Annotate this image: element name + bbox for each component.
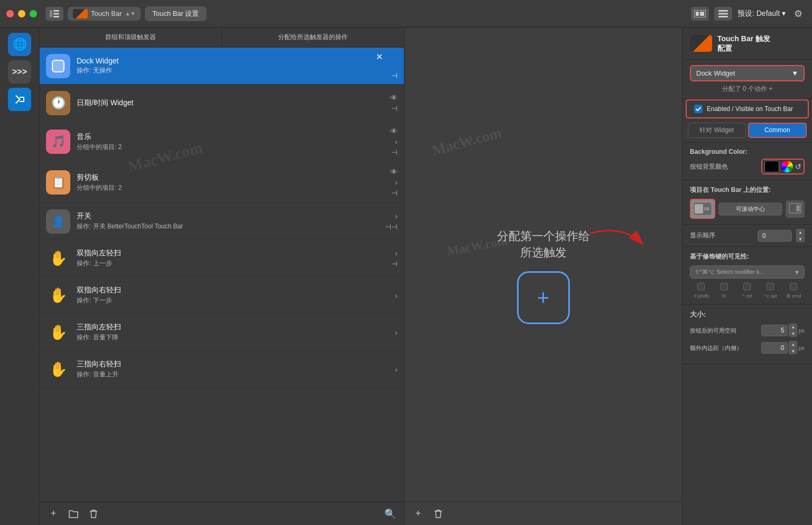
sidebar-item-arrow[interactable]: >>>	[8, 60, 31, 84]
sidebar-item-vscode[interactable]	[8, 88, 31, 111]
list-item[interactable]: ✋ 双指向左轻扫 操作: 上一步 › ⊣	[40, 240, 404, 277]
modifier-ctrl-label: ^ ctrl	[736, 293, 759, 299]
item-actions: 👁 › ⊣	[390, 168, 398, 197]
size-stepper-2: ▲ ▼	[789, 341, 797, 354]
svg-rect-15	[704, 207, 709, 210]
add-folder-btn[interactable]	[66, 506, 81, 521]
middle-content: 分配第一个操作给 所选触发 +	[497, 228, 590, 325]
list-item[interactable]: Dock Widget 操作: 无操作 ✕ ⊣	[40, 48, 404, 85]
enabled-checkbox[interactable]	[694, 105, 703, 113]
pin-icon[interactable]: ⊣	[391, 260, 398, 268]
size-row-2: 额外内边距（内侧） ▲ ▼ px	[690, 341, 805, 354]
modifier-shift-checkbox[interactable]	[697, 283, 705, 290]
pin-icon[interactable]: ⊣	[391, 189, 398, 197]
size-input-1[interactable]	[761, 325, 788, 336]
hide-icon[interactable]: 👁	[390, 168, 398, 176]
right-panel-header: Touch Bar 触发 配置	[682, 27, 812, 60]
chevron-right-icon[interactable]: ›	[395, 328, 398, 337]
red-arrow-icon	[585, 223, 653, 265]
color-swatch[interactable]	[764, 161, 779, 172]
svg-rect-6	[700, 12, 704, 16]
search-btn[interactable]: 🔍	[383, 506, 398, 521]
close-item-btn[interactable]: ✕	[376, 52, 383, 62]
chevron-right-icon[interactable]: ›	[395, 365, 398, 374]
add-item-btn[interactable]: +	[46, 506, 61, 521]
sidebar-item-global[interactable]: 🌐	[8, 33, 31, 56]
display-order-stepper: ▲ ▼	[796, 229, 805, 242]
delete-action-btn[interactable]	[431, 506, 446, 521]
list-item[interactable]: 🎵 音乐 分组中的项目: 2 👁 › ⊣	[40, 122, 404, 162]
chevron-right-icon[interactable]: ›	[395, 178, 398, 187]
list-item[interactable]: 📋 剪切板 分组中的项目: 2 👁 › ⊣	[40, 162, 404, 203]
size-input-2[interactable]	[761, 342, 788, 354]
stepper-down-btn[interactable]: ▼	[796, 236, 805, 242]
position-label: 项目在 Touch Bar 上的位置:	[690, 186, 805, 195]
stepper-up-btn[interactable]: ▲	[796, 229, 805, 235]
size-stepper-2-down[interactable]: ▼	[789, 348, 797, 354]
modifier-cmd-checkbox[interactable]	[790, 283, 797, 290]
maximize-button[interactable]	[30, 10, 37, 17]
bg-color-label: Background Color:	[690, 148, 805, 155]
item-icon-three-right: ✋	[46, 357, 70, 382]
delete-item-btn[interactable]	[86, 506, 101, 521]
chevron-right-icon[interactable]: ›	[395, 291, 398, 300]
header-col-right: 分配给所选触发器的操作	[222, 27, 404, 47]
svg-rect-17	[796, 205, 800, 211]
svg-rect-1	[53, 10, 59, 12]
assign-text: 分配第一个操作给 所选触发	[497, 228, 590, 261]
modifier-fn-checkbox[interactable]	[721, 283, 728, 290]
modifier-dropdown[interactable]: ⇧^⌘⌥ Select modifier k... ▼	[690, 265, 805, 279]
list-item[interactable]: ✋ 双指向右轻扫 操作: 下一步 ›	[40, 277, 404, 314]
modifier-opt-checkbox[interactable]	[767, 283, 774, 290]
position-center-btn[interactable]: 可滚动中心	[718, 202, 782, 216]
list-item[interactable]: 🕐 日期/时间 Widget 👁 ⊣	[40, 85, 404, 122]
color-wheel-icon[interactable]	[781, 161, 793, 172]
item-title: 开关	[77, 211, 385, 221]
chevron-right-icon[interactable]: ›	[395, 249, 398, 257]
position-right-btn[interactable]	[786, 200, 805, 218]
position-section: 项目在 Touch Bar 上的位置: 可滚动中心	[682, 180, 812, 225]
touchbar-layout-btn[interactable]	[691, 7, 709, 21]
item-icon-dock-widget	[46, 54, 70, 78]
chevron-right-icon[interactable]: ›	[395, 212, 398, 220]
color-reset-btn[interactable]: ↺	[795, 162, 801, 171]
size-stepper-1-up[interactable]: ▲	[789, 324, 797, 330]
size-stepper-1-down[interactable]: ▼	[789, 330, 797, 337]
list-item[interactable]: 👤 开关 操作: 开关 BetterTouchTool Touch Bar › …	[40, 203, 404, 240]
close-button[interactable]	[6, 10, 14, 17]
profile-dropdown[interactable]: Touch Bar ▲▼	[68, 7, 141, 21]
item-subtitle: 操作: 无操作	[77, 66, 398, 75]
display-order-input[interactable]	[758, 230, 792, 242]
modifier-fn-label: fn	[713, 293, 735, 299]
chevron-right-icon[interactable]: ›	[395, 137, 398, 146]
item-text-swipe-left: 双指向左轻扫 操作: 上一步	[77, 248, 391, 268]
enabled-checkbox-label: Enabled / Visible on Touch Bar	[707, 105, 793, 114]
pin-icon[interactable]: ⊣⊣	[385, 223, 398, 231]
hide-icon[interactable]: 👁	[390, 94, 398, 102]
add-action-toolbar-btn[interactable]: +	[411, 506, 426, 521]
item-title: 三指向左轻扫	[77, 323, 395, 332]
pin-icon[interactable]: ⊣	[391, 148, 398, 156]
assign-line2: 所选触发	[520, 246, 567, 259]
menu-btn[interactable]	[714, 7, 732, 21]
modifier-ctrl-checkbox[interactable]	[743, 283, 751, 290]
preset-area: 预设: Default ▾ ⚙	[691, 6, 806, 21]
hide-icon[interactable]: 👁	[390, 127, 398, 135]
pin-icon[interactable]: ⊣	[391, 104, 398, 113]
config-dropdown[interactable]: Dock Widget ▼	[690, 65, 805, 81]
position-left-btn[interactable]	[690, 199, 715, 219]
tab-common[interactable]: Common	[748, 123, 807, 138]
tab-widget[interactable]: 针对 Widget	[688, 123, 746, 138]
list-item[interactable]: ✋ 三指向左轻扫 操作: 音量下降 ›	[40, 314, 404, 351]
list-item[interactable]: ✋ 三指向右轻扫 操作: 音量上升 ›	[40, 351, 404, 388]
settings-btn[interactable]: ⚙	[791, 6, 806, 21]
svg-rect-9	[718, 16, 728, 17]
profile-label: Touch Bar	[91, 10, 122, 17]
minimize-button[interactable]	[18, 10, 25, 17]
modifier-section: 基于修饰键的可见性: ⇧^⌘⌥ Select modifier k... ▼ ⇧…	[682, 247, 812, 305]
sidebar-toggle-btn[interactable]	[45, 7, 63, 21]
display-order-row: 显示顺序 ▲ ▼	[682, 225, 812, 247]
size-stepper-2-up[interactable]: ▲	[789, 341, 797, 347]
add-action-btn[interactable]: +	[517, 271, 570, 324]
modifier-dropdown-chevron-icon: ▼	[794, 269, 800, 275]
